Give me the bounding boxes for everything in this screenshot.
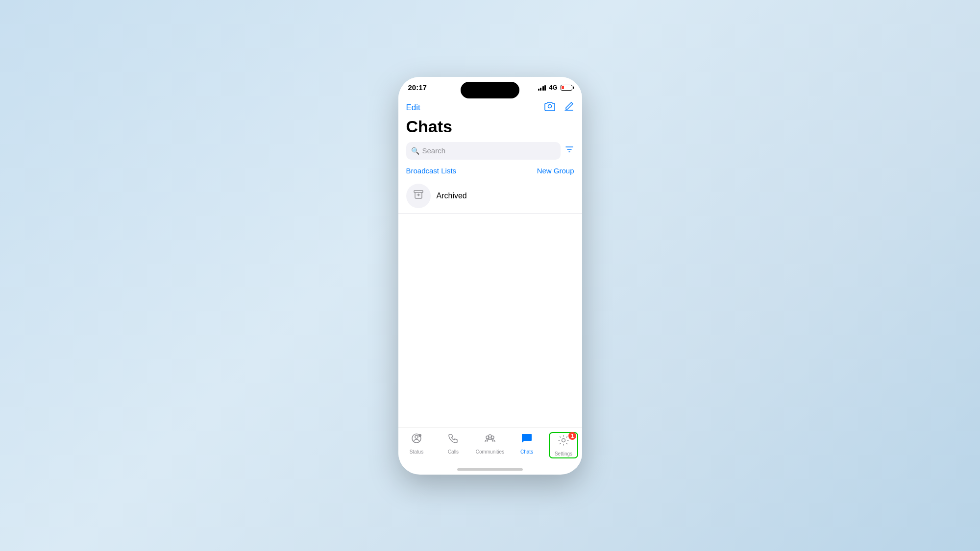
calls-nav-label: Calls [448, 449, 459, 455]
chat-list: Archived [398, 179, 582, 428]
search-bar[interactable]: 🔍 Search [406, 142, 561, 160]
settings-nav-label: Settings [555, 451, 572, 456]
nav-item-calls[interactable]: Calls [439, 432, 468, 455]
archived-info: Archived [437, 192, 574, 200]
signal-bar-1 [538, 89, 539, 91]
camera-icon[interactable] [544, 100, 556, 115]
status-nav-label: Status [410, 449, 423, 455]
search-placeholder: Search [422, 146, 446, 155]
communities-nav-icon [484, 432, 496, 448]
search-container: 🔍 Search [398, 142, 582, 164]
signal-bars-icon [538, 85, 546, 91]
home-indicator [457, 468, 523, 471]
archived-avatar [406, 184, 431, 208]
calls-nav-icon [447, 432, 460, 448]
nav-item-settings[interactable]: 1 Settings [549, 432, 578, 458]
battery-icon [561, 85, 572, 91]
header-actions [544, 100, 574, 115]
status-bar: 20:17 4G [398, 77, 582, 98]
compose-icon[interactable] [564, 101, 574, 115]
svg-rect-0 [414, 191, 423, 192]
new-group-button[interactable]: New Group [537, 167, 574, 175]
bottom-nav: Status Calls Co [398, 428, 582, 468]
status-time: 20:17 [408, 83, 427, 92]
filter-icon[interactable] [564, 144, 574, 157]
status-icons: 4G [538, 84, 572, 91]
header: Edit Chats [398, 98, 582, 142]
battery-fill [562, 86, 564, 89]
svg-point-7 [562, 438, 565, 442]
nav-item-chats[interactable]: Chats [512, 432, 541, 455]
archive-icon [413, 189, 424, 203]
phone-frame: 20:17 4G Edit [398, 77, 582, 475]
network-type: 4G [549, 84, 557, 91]
signal-bar-4 [544, 85, 546, 91]
communities-nav-label: Communities [476, 449, 504, 455]
archived-label: Archived [437, 192, 467, 200]
chats-nav-label: Chats [520, 449, 533, 455]
settings-badge: 1 [568, 432, 576, 440]
signal-bar-2 [540, 88, 541, 91]
nav-item-communities[interactable]: Communities [475, 432, 505, 455]
page-title: Chats [406, 117, 574, 136]
nav-item-status[interactable]: Status [402, 432, 431, 455]
battery-body [561, 85, 572, 91]
header-top: Edit [406, 100, 574, 115]
edit-button[interactable]: Edit [406, 103, 420, 113]
svg-point-2 [415, 435, 418, 438]
signal-bar-3 [542, 86, 544, 91]
archived-item[interactable]: Archived [398, 179, 582, 214]
status-nav-icon [410, 432, 423, 448]
broadcast-lists-button[interactable]: Broadcast Lists [406, 167, 457, 175]
search-icon: 🔍 [411, 147, 419, 155]
chats-nav-icon [520, 432, 533, 448]
broadcast-row: Broadcast Lists New Group [398, 164, 582, 179]
dynamic-island [461, 82, 519, 98]
svg-point-3 [418, 434, 421, 437]
